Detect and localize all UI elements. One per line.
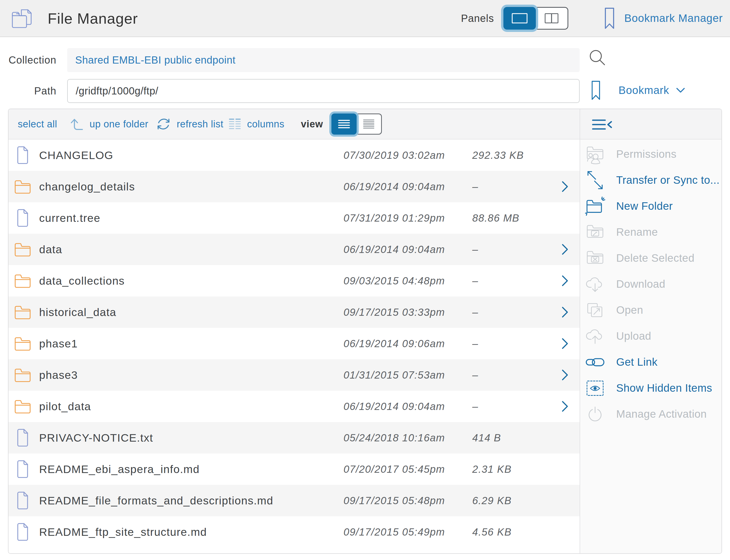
- table-row[interactable]: CHANGELOG 07/30/2019 03:02am 292.33 KB: [8, 139, 580, 171]
- columns-link[interactable]: columns: [247, 119, 284, 130]
- file-date: 07/31/2019 01:29pm: [343, 212, 445, 224]
- single-panel-button[interactable]: [504, 7, 536, 30]
- sidebar-item-get-link[interactable]: Get Link: [580, 349, 722, 375]
- list-view-button[interactable]: [331, 113, 356, 135]
- file-name: README_file_formats_and_descriptions.md: [39, 494, 273, 507]
- table-row[interactable]: README_file_formats_and_descriptions.md …: [8, 485, 580, 516]
- rename-icon: [585, 222, 605, 242]
- columns-icon: [228, 117, 241, 131]
- compact-view-button[interactable]: [356, 113, 382, 135]
- bookmark-manager-link[interactable]: Bookmark Manager: [604, 7, 723, 29]
- chevron-right-icon[interactable]: [561, 180, 569, 193]
- table-row[interactable]: current.tree 07/31/2019 01:29pm 88.86 MB: [8, 202, 580, 234]
- collapse-sidebar-icon: [592, 119, 612, 130]
- sidebar-item-transfer-or-sync-to[interactable]: Transfer or Sync to...: [580, 167, 722, 193]
- power-icon: [585, 404, 605, 424]
- sidebar-item-label: Permissions: [616, 148, 676, 160]
- table-row[interactable]: pilot_data 06/19/2014 09:04am –: [8, 391, 580, 422]
- file-size: 6.29 KB: [472, 495, 512, 506]
- folder-icon: [13, 328, 32, 359]
- folder-icon: [13, 234, 32, 265]
- dual-panel-icon: [544, 13, 559, 24]
- chevron-right-icon[interactable]: [561, 306, 569, 318]
- file-icon: [13, 516, 32, 548]
- folder-icon: [13, 265, 32, 296]
- bookmark-button-label: Bookmark: [619, 84, 669, 97]
- file-name: README_ftp_site_structure.md: [39, 526, 207, 538]
- table-row[interactable]: historical_data 09/17/2015 03:33pm –: [8, 296, 580, 328]
- file-icon: [13, 422, 32, 453]
- file-name: pilot_data: [39, 400, 91, 413]
- endpoint-form: Collection Shared EMBL-EBI public endpoi…: [0, 38, 730, 109]
- file-date: 05/24/2018 10:16am: [343, 432, 445, 444]
- search-icon: [587, 48, 609, 69]
- file-date: 07/30/2019 03:02am: [343, 150, 445, 161]
- file-name: data: [39, 243, 62, 256]
- up-one-folder-link[interactable]: up one folder: [90, 119, 148, 130]
- table-row[interactable]: data_collections 09/03/2015 04:48pm –: [8, 265, 580, 296]
- file-date: 09/17/2015 05:49pm: [343, 526, 445, 538]
- bookmark-button[interactable]: Bookmark: [591, 77, 685, 103]
- file-manager-icon: [11, 6, 36, 30]
- chevron-right-icon[interactable]: [561, 400, 569, 413]
- bookmark-icon: [604, 7, 615, 29]
- file-icon: [13, 453, 32, 485]
- sidebar-header: [580, 109, 722, 139]
- table-row[interactable]: phase1 06/19/2014 09:06am –: [8, 328, 580, 359]
- sidebar-item-rename: Rename: [580, 219, 722, 245]
- sidebar-item-label: Rename: [616, 226, 658, 238]
- file-manager-app: File Manager Panels Bookmark Manager Col…: [0, 0, 730, 560]
- sidebar-item-permissions: Permissions: [580, 141, 722, 167]
- path-value: /gridftp/1000g/ftp/: [76, 85, 158, 97]
- sidebar-item-label: Download: [616, 278, 665, 290]
- file-browser-panel: select all up one folder refresh list co…: [8, 109, 722, 554]
- file-size: –: [472, 401, 479, 412]
- view-label: view: [301, 119, 323, 130]
- collection-label: Collection: [0, 48, 56, 72]
- chevron-down-icon: [676, 87, 685, 93]
- single-panel-icon: [511, 12, 528, 24]
- panels-label: Panels: [461, 13, 494, 24]
- sidebar-item-new-folder[interactable]: New Folder: [580, 193, 722, 219]
- path-input[interactable]: /gridftp/1000g/ftp/: [67, 79, 580, 103]
- file-size: 414 B: [472, 432, 501, 444]
- chevron-right-icon[interactable]: [561, 369, 569, 381]
- table-row[interactable]: README_ftp_site_structure.md 09/17/2015 …: [8, 516, 580, 548]
- new-folder-icon: [585, 196, 605, 216]
- collection-row: Collection Shared EMBL-EBI public endpoi…: [0, 48, 730, 72]
- sidebar-item-manage-activation: Manage Activation: [580, 401, 722, 427]
- transfer-icon: [585, 170, 605, 190]
- sidebar-item-download: Download: [580, 271, 722, 297]
- file-name: phase3: [39, 369, 78, 381]
- link-icon: [585, 352, 605, 372]
- page-title: File Manager: [48, 10, 138, 27]
- table-row[interactable]: data 06/19/2014 09:04am –: [8, 234, 580, 265]
- delete-icon: [585, 248, 605, 268]
- sidebar-item-show-hidden-items[interactable]: Show Hidden Items: [580, 375, 722, 401]
- panels-toggle: [504, 7, 568, 30]
- file-name: PRIVACY-NOTICE.txt: [39, 432, 153, 444]
- file-size: –: [472, 369, 479, 381]
- table-row[interactable]: phase3 01/31/2015 07:53am –: [8, 359, 580, 391]
- sidebar-item-label: Open: [616, 304, 643, 316]
- collapse-sidebar-button[interactable]: [592, 119, 612, 130]
- table-row[interactable]: README_ebi_aspera_info.md 07/20/2017 05:…: [8, 453, 580, 485]
- file-date: 06/19/2014 09:04am: [343, 244, 445, 255]
- chevron-right-icon[interactable]: [561, 243, 569, 256]
- refresh-list-link[interactable]: refresh list: [177, 119, 223, 130]
- collection-input[interactable]: Shared EMBL-EBI public endpoint: [67, 48, 580, 72]
- dual-panel-button[interactable]: [536, 7, 568, 30]
- table-row[interactable]: changelog_details 06/19/2014 09:04am –: [8, 171, 580, 202]
- sidebar-item-label: Get Link: [616, 356, 657, 368]
- chevron-right-icon[interactable]: [561, 337, 569, 350]
- bookmark-icon: [591, 80, 601, 101]
- view-toggle: [331, 113, 382, 135]
- chevron-right-icon[interactable]: [561, 275, 569, 287]
- table-row[interactable]: PRIVACY-NOTICE.txt 05/24/2018 10:16am 41…: [8, 422, 580, 453]
- file-browser: select all up one folder refresh list co…: [8, 109, 580, 553]
- bookmark-manager-label: Bookmark Manager: [624, 12, 723, 24]
- file-date: 06/19/2014 09:04am: [343, 401, 445, 412]
- select-all-link[interactable]: select all: [18, 119, 57, 130]
- search-button[interactable]: [586, 47, 610, 71]
- refresh-icon: [156, 117, 171, 131]
